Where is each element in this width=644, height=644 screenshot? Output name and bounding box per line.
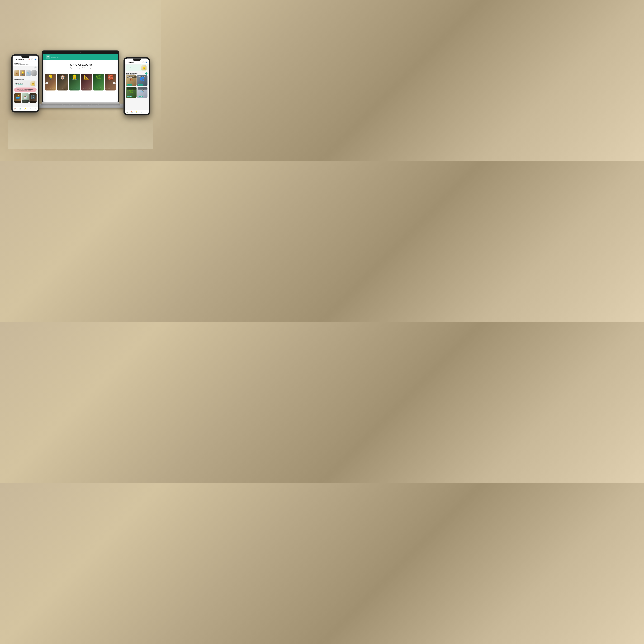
- laptop-hinge: [42, 102, 119, 102]
- laptop-base: [42, 102, 119, 104]
- nav-ideas[interactable]: IDEAS: [104, 57, 108, 57]
- nav-vendors[interactable]: 🏪 Vendors: [18, 107, 23, 111]
- rphone-location: 📍 Ernakulam ▾: [126, 62, 134, 63]
- mini-cat-sanitary-img: 🚿: [26, 70, 31, 76]
- offer-card-bathroom[interactable]: 🚿 UPTO 40% OFF ON SANIT... Book Now: [137, 87, 147, 98]
- rphone-offers-info: BUILDPLAN OFFERS Checkout our latest off…: [126, 72, 137, 75]
- offer-furniture-book-btn[interactable]: Book Now: [127, 84, 132, 86]
- offer-plant-badge: MIN 35% OFF ON FURNITURE: [127, 87, 137, 90]
- phone-right-frame: 📍 Ernakulam ▾ 💬 👤 Building Checklist 100…: [123, 57, 150, 115]
- nav-shop[interactable]: 🛒 Shop: [28, 107, 33, 111]
- rphone-chat-icon[interactable]: 💬: [142, 61, 145, 63]
- laptop-screen-wrapper: BUILDPLAN HOME VENDORS IDEAS SHOPPING TO…: [42, 51, 119, 102]
- offer-fan-badge: MIN 45% OFF ON ...: [138, 76, 146, 77]
- mini-cat-electric[interactable]: 💡 Electric: [20, 70, 25, 77]
- nav-more-label: More: [35, 109, 36, 110]
- laptop: BUILDPLAN HOME VENDORS IDEAS SHOPPING TO…: [42, 51, 119, 108]
- keyboard-row-1: [41, 104, 120, 105]
- category-electric-label: Electric & Lighting: [45, 88, 56, 90]
- rphone-location-icon: 📍: [126, 62, 128, 63]
- key: [49, 105, 57, 105]
- nav-you-icon: 🏠: [14, 108, 16, 109]
- bottom-cat-sofas[interactable]: 🛋️ SOFAS: [14, 93, 21, 103]
- rphone-offers-sub: Checkout our latest offers: [126, 74, 137, 75]
- key: [84, 104, 91, 105]
- key: [57, 105, 65, 105]
- laptop-hero-title: TOP CATEGORY: [46, 63, 115, 66]
- key: [113, 104, 120, 105]
- category-garden[interactable]: 🌿 Gardening & Landscaping: [93, 74, 104, 90]
- nav-shopping[interactable]: SHOPPING: [109, 57, 115, 57]
- offer-card-plant[interactable]: 🌿 MIN 35% OFF ON FURNITURE Book Now: [126, 87, 137, 98]
- nav-ideas[interactable]: 💡 Ideas: [23, 107, 28, 111]
- key: [100, 106, 120, 106]
- rphone-nav-ideas[interactable]: 💡: [134, 110, 139, 114]
- rphone-location-text: Ernakulam: [128, 62, 134, 63]
- nav-you[interactable]: 🏠 You: [13, 107, 18, 111]
- nav-vendors[interactable]: VENDORS: [97, 57, 102, 57]
- nav-shop-label: Shop: [30, 109, 31, 110]
- key: [99, 104, 106, 105]
- offer-bathroom-book-btn[interactable]: Book Now: [138, 96, 143, 97]
- rphone-offers-next-button[interactable]: ›: [145, 72, 147, 75]
- key: [48, 104, 55, 105]
- rphone-nav-vendors[interactable]: 🏪: [130, 110, 134, 114]
- rphone-checklist[interactable]: Building Checklist 100 % Task Done Click…: [126, 65, 147, 71]
- laptop-hero: TOP CATEGORY Explore widest range of Bui…: [43, 60, 118, 74]
- bottom-cat-coffee[interactable]: ☕ COFFEE TABLES: [22, 93, 29, 103]
- mini-cat-more[interactable]: ⋯ More: [31, 70, 37, 77]
- categories-prev-button[interactable]: ‹: [45, 82, 48, 84]
- rphone-offers-header: BUILDPLAN OFFERS Checkout our latest off…: [125, 72, 149, 75]
- key: [65, 105, 72, 105]
- categories-next-button[interactable]: ›: [113, 82, 116, 84]
- bottom-cat-cabinets[interactable]: 🗄️ CABINETS: [29, 93, 37, 103]
- mini-cat-furniture-label: Furniture: [14, 76, 19, 77]
- offer-fan-book-btn[interactable]: Book Now: [138, 84, 143, 86]
- key: [112, 105, 120, 105]
- rphone-nav-vendors-icon: 🏪: [131, 111, 133, 113]
- rphone-nav-more[interactable]: ⋯: [144, 110, 149, 114]
- chat-icon[interactable]: 💬: [31, 58, 33, 61]
- offer-bathroom-badge: UPTO 40% OFF ON SANIT...: [138, 87, 147, 90]
- saved-link[interactable]: View Saved Items >: [15, 84, 23, 85]
- offer-plant-book-btn[interactable]: Book Now: [127, 96, 132, 97]
- phone-greeting: Hey User, Chat & buy direct from seller.: [13, 62, 38, 66]
- rphone-nav-ideas-icon: 💡: [136, 111, 137, 113]
- keyboard-rows: [36, 104, 125, 107]
- phone-right-screen: 📍 Ernakulam ▾ 💬 👤 Building Checklist 100…: [125, 59, 149, 114]
- mini-cat-furniture-img: 🪑: [14, 70, 19, 76]
- furnish-button[interactable]: FURNISH YOUR DREAM Pick your home with B…: [14, 88, 37, 92]
- offer-card-fan[interactable]: 🌀 MIN 45% OFF ON ... Book Now: [137, 75, 147, 86]
- rphone-chevron: ▾: [134, 62, 134, 63]
- bookmark-icon[interactable]: 🔖: [28, 58, 30, 61]
- phone-saved-banner[interactable]: 3 Items saved View Saved Items > 👷: [14, 81, 37, 87]
- nav-more[interactable]: ⋯ More: [33, 107, 38, 111]
- category-interior[interactable]: 🏠 Interior Designer: [57, 74, 68, 90]
- nav-shop-icon: 🛒: [30, 108, 31, 109]
- search-icon[interactable]: 🔍: [34, 66, 37, 69]
- laptop-nav: BUILDPLAN HOME VENDORS IDEAS SHOPPING: [43, 54, 118, 60]
- scene: BUILDPLAN HOME VENDORS IDEAS SHOPPING TO…: [8, 12, 153, 149]
- rphone-user-icon[interactable]: 👤: [145, 61, 147, 63]
- nav-vendors-label: Vendors: [19, 109, 22, 110]
- laptop-keyboard: [36, 104, 125, 108]
- laptop-logo[interactable]: BUILDPLAN: [46, 55, 60, 59]
- key: [62, 104, 70, 105]
- location-text: Ernakulam: [16, 59, 23, 60]
- laptop-hero-subtitle: Explore widest range of Building categor…: [46, 67, 115, 68]
- mini-cat-sanitary[interactable]: 🚿 Sanitary: [26, 70, 31, 77]
- key: [89, 105, 96, 105]
- mini-cat-furniture[interactable]: 🪑 Furniture: [14, 70, 19, 77]
- category-engineer[interactable]: 👷 Engineer & Contractor: [69, 74, 80, 90]
- nav-home[interactable]: HOME: [92, 57, 95, 57]
- rphone-check-sub: Click here >: [127, 68, 135, 69]
- user-icon[interactable]: 👤: [34, 58, 37, 61]
- key: [41, 105, 49, 105]
- category-bricks-label: Bricks & Con... Workers: [105, 88, 116, 90]
- rphone-nav-shop[interactable]: 🛒: [139, 110, 144, 114]
- greeting-sub: Chat & buy direct from seller.: [14, 64, 37, 65]
- offer-card-furniture[interactable]: 🪑 UPTO 40% OFF ON FURNITURE Book Now: [126, 75, 137, 86]
- mini-cat-more-img: ⋯: [31, 70, 37, 76]
- category-architect[interactable]: 📐 Architects & 3D: [81, 74, 92, 90]
- rphone-nav-home[interactable]: 🏠: [125, 110, 130, 114]
